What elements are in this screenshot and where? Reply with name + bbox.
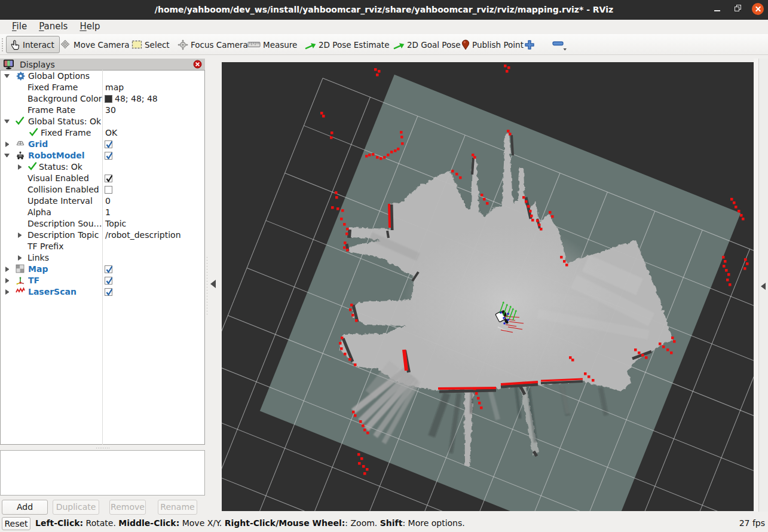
tree-label: Description Sou… xyxy=(27,218,102,230)
tree-label: TF xyxy=(28,275,39,286)
reset-button[interactable]: Reset xyxy=(2,517,30,530)
tree-value[interactable]: 1 xyxy=(105,207,111,218)
tree-label: Fixed Frame xyxy=(41,127,91,139)
tree-label: Frame Rate xyxy=(27,105,75,116)
expander-closed-icon[interactable] xyxy=(5,278,11,283)
tool-select[interactable]: Select xyxy=(131,36,170,53)
tree-row-collision-enabled[interactable]: Collision Enabled xyxy=(1,184,204,195)
tool-2d-goal-pose[interactable]: 2D Goal Pose xyxy=(391,36,461,53)
tree-row-alpha[interactable]: Alpha1 xyxy=(1,207,204,218)
duplicate-button[interactable]: Duplicate xyxy=(53,500,99,515)
displays-panel-header[interactable]: Displays xyxy=(0,59,205,70)
expander-closed-icon[interactable] xyxy=(18,233,23,238)
tree-row-grid[interactable]: Grid xyxy=(1,139,204,150)
tool-publish-point[interactable]: Publish Point xyxy=(461,36,524,53)
remove-button[interactable]: Remove xyxy=(109,500,146,515)
expander-open-icon[interactable] xyxy=(4,120,10,125)
checkbox-checked[interactable] xyxy=(105,175,112,182)
tree-value[interactable]: 48; 48; 48 xyxy=(115,93,158,105)
collapse-left-icon[interactable] xyxy=(210,280,216,288)
tool-plus[interactable] xyxy=(524,36,537,53)
tree-label: Update Interval xyxy=(27,195,93,207)
tool-interact[interactable]: Interact xyxy=(6,36,60,53)
checkbox-checked[interactable] xyxy=(105,140,112,148)
displays-panel-title: Displays xyxy=(20,60,55,69)
checkbox-checked[interactable] xyxy=(105,288,112,296)
expander-open-icon[interactable] xyxy=(4,74,10,80)
expander-closed-icon[interactable] xyxy=(18,164,23,170)
tree-value[interactable]: Topic xyxy=(105,218,126,230)
tree-row-fixed-frame[interactable]: Fixed Framemap xyxy=(1,82,204,93)
tool-label: Interact xyxy=(23,40,54,50)
tool-2d-pose-estimate[interactable]: 2D Pose Estimate xyxy=(303,36,389,53)
tree-value[interactable]: 0 xyxy=(105,195,111,207)
minimize-button[interactable] xyxy=(708,0,726,20)
tree-row-frame-rate[interactable]: Frame Rate30 xyxy=(1,105,204,116)
tree-value[interactable]: OK xyxy=(105,127,117,139)
expander-closed-icon[interactable] xyxy=(5,289,11,295)
expander-closed-icon[interactable] xyxy=(18,255,23,261)
splitter-dots-icon xyxy=(96,447,110,448)
checkbox-checked[interactable] xyxy=(105,277,112,285)
add-button[interactable]: Add xyxy=(2,500,48,515)
robot-icon xyxy=(16,151,25,160)
left-splitter[interactable] xyxy=(205,59,222,512)
menu-file[interactable]: File xyxy=(6,20,33,34)
status-help-segment: Middle-Click: xyxy=(118,518,179,528)
laser-icon xyxy=(16,287,25,294)
color-swatch[interactable] xyxy=(105,95,112,103)
tree-value[interactable]: map xyxy=(105,82,124,93)
tool-minus-dropdown[interactable] xyxy=(552,36,570,53)
panel-close-icon[interactable] xyxy=(193,60,202,69)
right-splitter[interactable] xyxy=(754,59,768,512)
checkbox-checked[interactable] xyxy=(105,265,112,273)
tree-column-divider[interactable] xyxy=(102,70,103,445)
tree-label: Links xyxy=(27,252,49,264)
tool-move-camera[interactable]: Move Camera xyxy=(59,36,129,53)
splitter-dots-icon xyxy=(206,256,207,316)
tree-label: TF Prefix xyxy=(27,241,63,252)
tree-row-visual-enabled[interactable]: Visual Enabled xyxy=(1,173,204,184)
render-view-3d[interactable] xyxy=(222,62,754,511)
toolbar-drag-handle[interactable] xyxy=(1,38,4,51)
tree-value[interactable]: /robot_description xyxy=(105,230,181,241)
checkbox-unchecked[interactable] xyxy=(105,186,112,194)
tool-label: Publish Point xyxy=(472,40,524,50)
collapse-right-icon[interactable] xyxy=(761,283,766,290)
title-bar[interactable]: /home/yahboom/dev_ws/install/yahboomcar_… xyxy=(0,0,768,20)
tree-row-description-topic[interactable]: Description Topic/robot_description xyxy=(1,230,204,241)
close-button[interactable] xyxy=(748,0,766,20)
menu-help[interactable]: Help xyxy=(74,20,106,34)
checkbox-checked[interactable] xyxy=(105,152,112,160)
expander-open-icon[interactable] xyxy=(4,154,10,159)
tf-icon xyxy=(16,276,25,285)
tree-row-global-options[interactable]: Global Options xyxy=(1,71,204,82)
check-icon xyxy=(29,128,38,136)
tree-row-tf[interactable]: TF xyxy=(1,275,204,286)
rename-button[interactable]: Rename xyxy=(158,500,197,515)
tool-measure[interactable]: Measure xyxy=(247,36,297,53)
tree-row-global-status-ok[interactable]: Global Status: Ok xyxy=(1,116,204,127)
tree-value[interactable]: 30 xyxy=(105,105,116,116)
tree-row-map[interactable]: Map xyxy=(1,264,204,275)
expander-closed-icon[interactable] xyxy=(5,267,11,272)
tree-label: Global Options xyxy=(28,71,90,82)
time-panel-empty xyxy=(0,450,205,496)
tree-row-background-color[interactable]: Background Color48; 48; 48 xyxy=(1,93,204,105)
tree-row-update-interval[interactable]: Update Interval0 xyxy=(1,195,204,207)
tree-row-fixed-frame[interactable]: Fixed FrameOK xyxy=(1,127,204,139)
tool-label: 2D Pose Estimate xyxy=(319,40,389,50)
tree-row-description-sou[interactable]: Description Sou…Topic xyxy=(1,218,204,230)
fps-counter: 27 fps xyxy=(739,515,765,532)
tree-row-links[interactable]: Links xyxy=(1,252,204,264)
tree-row-tf-prefix[interactable]: TF Prefix xyxy=(1,241,204,252)
menu-panels[interactable]: Panels xyxy=(33,20,74,34)
tree-label: Global Status: Ok xyxy=(28,116,101,127)
maximize-button[interactable] xyxy=(729,0,746,20)
tool-focus-camera[interactable]: Focus Camera xyxy=(178,36,248,53)
panel-splitter-handle[interactable] xyxy=(0,445,205,450)
expander-closed-icon[interactable] xyxy=(5,142,11,147)
tree-row-status-ok[interactable]: Status: Ok xyxy=(1,161,204,173)
tree-row-laserscan[interactable]: LaserScan xyxy=(1,286,204,298)
tree-row-robotmodel[interactable]: RobotModel xyxy=(1,150,204,161)
